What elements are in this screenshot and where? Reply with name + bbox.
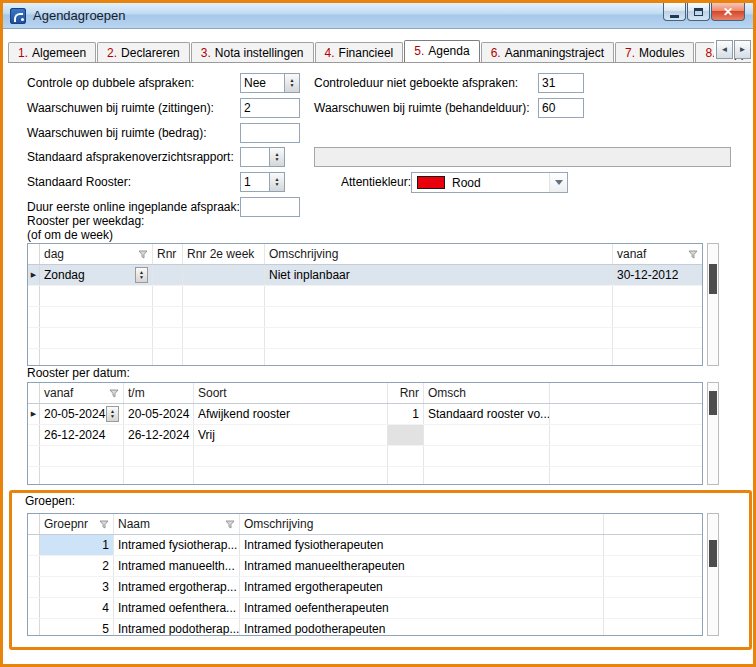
ruimte-behandelduur-input[interactable] (538, 98, 584, 118)
tab-3-nota-instellingen[interactable]: 3.Nota instellingen (191, 42, 314, 62)
vertical-scrollbar[interactable] (707, 243, 719, 366)
column-header-soort[interactable]: Soort (194, 383, 388, 403)
cell-naam: Intramed manueelth... (114, 556, 240, 576)
tab-scroll-right-button[interactable]: ► (734, 40, 751, 59)
cell: ▶ (28, 265, 40, 285)
table-row[interactable] (28, 286, 702, 307)
filter-icon[interactable] (138, 250, 148, 259)
table-row[interactable]: 2 Intramed manueelth... Intramed manueel… (28, 556, 702, 577)
column-header-groepnr[interactable]: Groepnr (40, 514, 114, 534)
filter-icon[interactable] (99, 520, 109, 529)
spinner-buttons[interactable]: ▲▼ (270, 147, 285, 167)
ruimte-bedrag-input[interactable] (240, 123, 300, 143)
rapport-input[interactable] (240, 147, 270, 167)
cell (388, 467, 424, 485)
controle-dubbele-input[interactable] (240, 73, 285, 93)
table-row[interactable]: 5 Intramed podotherap... Intramed podoth… (28, 619, 702, 636)
cell (183, 349, 265, 366)
grid-header-row: dag Rnr Rnr 2e week Omschrijving vanaf (28, 244, 702, 265)
cell-omsch (424, 425, 550, 445)
rapport-combo[interactable]: ▲▼ (240, 147, 285, 167)
filter-icon[interactable] (225, 520, 235, 529)
cell-groepnr: 5 (40, 619, 114, 636)
rooster-weekdag-grid[interactable]: dag Rnr Rnr 2e week Omschrijving vanaf ▶… (27, 243, 703, 366)
tab-4-financieel[interactable]: 4.Financieel (315, 42, 404, 62)
tab-7-modules[interactable]: 7.Modules (615, 42, 694, 62)
cell (183, 265, 265, 285)
column-header-naam[interactable]: Naam (114, 514, 240, 534)
cell (28, 556, 40, 576)
table-row[interactable]: 4 Intramed oefenthera... Intramed oefent… (28, 598, 702, 619)
cell-dag[interactable]: Zondag▲▼ (40, 265, 153, 285)
cell (124, 467, 194, 485)
tab-scroll-left-button[interactable]: ◄ (716, 40, 733, 59)
cell (183, 307, 265, 327)
controle-dubbele-combo[interactable]: ▲▼ (240, 73, 300, 93)
scrollbar-thumb[interactable] (709, 264, 717, 294)
standaard-rooster-label: Standaard Rooster: (27, 172, 131, 192)
column-header-rnr[interactable]: Rnr (388, 383, 424, 403)
vertical-scrollbar[interactable] (707, 382, 719, 485)
spin-down-icon: ▼ (110, 414, 115, 419)
cell (265, 349, 613, 366)
attentiekleur-select[interactable]: Rood (411, 172, 568, 193)
column-header-omschrijving[interactable]: Omschrijving (265, 244, 613, 264)
filter-icon[interactable] (109, 389, 119, 398)
table-row[interactable] (28, 446, 702, 467)
cell-groepnr[interactable]: 1 (40, 535, 114, 555)
rooster-datum-grid[interactable]: vanaf t/m Soort Rnr Omsch ▶ 20-05-2024▲▼… (27, 382, 703, 485)
scrollbar-thumb[interactable] (709, 540, 717, 567)
rapport-label: Standaard afsprakenoverzichtsrapport: (27, 147, 234, 167)
cell-naam: Intramed oefenthera... (114, 598, 240, 618)
close-icon: ✕ (723, 5, 733, 19)
cell (194, 446, 388, 466)
spinner-buttons[interactable]: ▲▼ (285, 73, 300, 93)
minimize-button[interactable] (663, 3, 686, 21)
spinner-buttons[interactable]: ▲▼ (270, 172, 285, 192)
cell-tm: 26-12-2024 (124, 425, 194, 445)
column-header-dag[interactable]: dag (40, 244, 153, 264)
tab-1-algemeen[interactable]: 1.Algemeen (8, 42, 96, 62)
cell-vanaf[interactable]: 20-05-2024▲▼ (40, 404, 124, 424)
column-header-tm[interactable]: t/m (124, 383, 194, 403)
tab-5-agenda[interactable]: 5.Agenda (404, 40, 479, 63)
spin-down-icon: ▼ (139, 275, 144, 280)
standaard-rooster-input[interactable] (240, 172, 270, 192)
column-header-vanaf[interactable]: vanaf (613, 244, 702, 264)
dropdown-button[interactable] (549, 173, 567, 192)
table-row[interactable] (28, 328, 702, 349)
column-header-omsch[interactable]: Omsch (424, 383, 550, 403)
close-button[interactable]: ✕ (711, 3, 745, 21)
spinner-buttons[interactable]: ▲▼ (135, 267, 148, 283)
cell (153, 349, 183, 366)
filter-icon[interactable] (688, 250, 698, 259)
current-row-marker-icon: ▶ (31, 410, 36, 418)
column-header-omschrijving[interactable]: Omschrijving (240, 514, 604, 534)
groepen-grid[interactable]: Groepnr Naam Omschrijving 1 Intramed fys… (27, 513, 703, 636)
table-row[interactable] (28, 307, 702, 328)
table-row[interactable]: ▶ Zondag▲▼ Niet inplanbaar 30-12-2012 (28, 265, 702, 286)
title-bar[interactable]: Agendagroepen (3, 3, 753, 29)
table-row[interactable]: ▶ 20-05-2024▲▼ 20-05-2024 Afwijkend roos… (28, 404, 702, 425)
maximize-button[interactable] (687, 3, 710, 21)
column-header-rnr[interactable]: Rnr (153, 244, 183, 264)
weekdag-section-title: Rooster per weekdag: (27, 215, 144, 228)
table-row[interactable]: 3 Intramed ergotherap... Intramed ergoth… (28, 577, 702, 598)
column-header-rnr2eweek[interactable]: Rnr 2e week (183, 244, 265, 264)
table-row[interactable]: 1 Intramed fysiotherap... Intramed fysio… (28, 535, 702, 556)
standaard-rooster-combo[interactable]: ▲▼ (240, 172, 285, 192)
column-header-vanaf[interactable]: vanaf (40, 383, 124, 403)
ruimte-zittingen-input[interactable] (240, 98, 300, 118)
cell (613, 286, 702, 306)
online-duur-input[interactable] (240, 197, 300, 217)
table-row[interactable] (28, 349, 702, 366)
table-row[interactable] (28, 467, 702, 485)
scrollbar-thumb[interactable] (709, 391, 717, 415)
table-row[interactable]: 26-12-2024 26-12-2024 Vrij (28, 425, 702, 446)
controleduur-input[interactable] (538, 73, 584, 93)
tab-6-aanmaningstraject[interactable]: 6.Aanmaningstraject (481, 42, 614, 62)
vertical-scrollbar[interactable] (707, 513, 719, 636)
tab-2-declareren[interactable]: 2.Declareren (97, 42, 190, 62)
cell (40, 467, 124, 485)
spinner-buttons[interactable]: ▲▼ (106, 406, 119, 422)
